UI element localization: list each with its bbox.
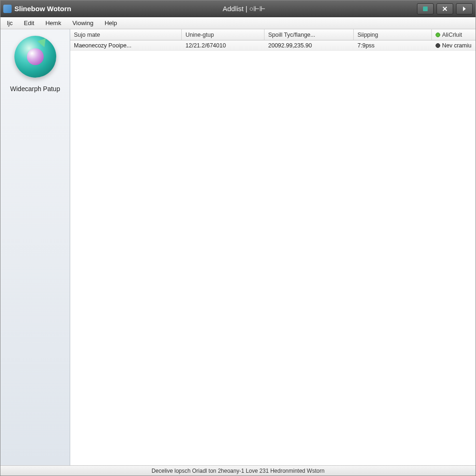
rows-container: Maeonecozy Pooipe... 12/21.2/674010 2009… <box>70 40 476 465</box>
minimize-button[interactable] <box>417 3 434 14</box>
next-button[interactable] <box>456 3 473 14</box>
titlebar: Slinebow Wotorn Addlist | ○⊩⊩ <box>0 0 476 17</box>
app-window: Slinebow Wotorn Addlist | ○⊩⊩ ljc Edit H… <box>0 0 476 476</box>
main-panel: Sujo mate Unine-gtup Spoill Tyc/flange..… <box>70 29 476 465</box>
refresh-orb-icon[interactable] <box>14 36 56 78</box>
svg-rect-0 <box>423 7 428 11</box>
cell-unine: 12/21.2/674010 <box>182 41 264 50</box>
column-header-5-label: AliCrluit <box>442 32 462 38</box>
column-header-2[interactable]: Unine-gtup <box>182 29 264 40</box>
cell-status: Nev cramiu <box>432 41 476 50</box>
cell-status-text: Nev cramiu <box>442 42 471 49</box>
status-dot-icon <box>436 43 440 48</box>
column-headers: Sujo mate Unine-gtup Spoill Tyc/flange..… <box>70 29 476 40</box>
column-header-4[interactable]: Siipping <box>354 29 432 40</box>
app-title: Slinebow Wotorn <box>14 5 71 13</box>
menu-hemk[interactable]: Hemk <box>41 19 66 27</box>
menubar: ljc Edit Hemk Viowing Help <box>0 17 476 29</box>
arrow-right-icon <box>461 6 468 12</box>
app-icon <box>3 5 12 13</box>
column-header-5[interactable]: AliCrluit <box>432 29 476 40</box>
sidebar-label: Widecarph Patup <box>10 85 60 93</box>
cell-spoill: 20092.99,235.90 <box>264 41 354 50</box>
menu-ljc[interactable]: ljc <box>2 19 17 27</box>
body: Widecarph Patup Sujo mate Unine-gtup Spo… <box>0 29 476 465</box>
cell-siipping: 7:9pss <box>354 41 432 50</box>
maximize-button[interactable] <box>436 3 453 14</box>
sidebar: Widecarph Patup <box>0 29 70 465</box>
check-dot-icon <box>436 33 440 37</box>
menu-edit[interactable]: Edit <box>19 19 39 27</box>
table-row[interactable]: Maeonecozy Pooipe... 12/21.2/674010 2009… <box>70 40 476 51</box>
window-controls <box>417 3 473 14</box>
menu-help[interactable]: Help <box>100 19 122 27</box>
close-x-icon <box>442 6 448 12</box>
column-header-1[interactable]: Sujo mate <box>70 29 182 40</box>
cell-name: Maeonecozy Pooipe... <box>70 41 182 50</box>
status-text: Decelive lopsch Oriadl ton 2heoany-1 Lov… <box>152 468 324 474</box>
statusbar: Decelive lopsch Oriadl ton 2heoany-1 Lov… <box>0 465 476 476</box>
menu-viowing[interactable]: Viowing <box>68 19 98 27</box>
window-subtitle: Addlist | ○⊩⊩ <box>71 5 417 13</box>
column-header-3[interactable]: Spoill Tyc/flange... <box>264 29 354 40</box>
window-icon <box>422 6 429 12</box>
